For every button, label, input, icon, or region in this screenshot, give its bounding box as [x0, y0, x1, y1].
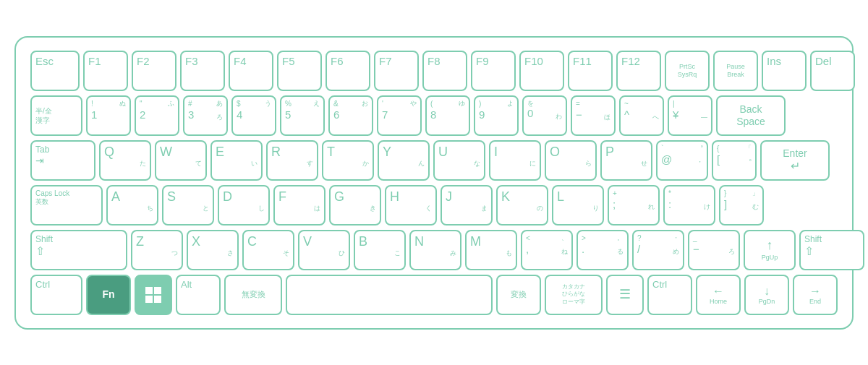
key-k[interactable]: K の [496, 185, 548, 226]
key-f2[interactable]: F2 [132, 51, 176, 91]
key-open-bracket[interactable]: {「 [° [712, 140, 757, 181]
key-2[interactable]: "ふ 2 [135, 95, 179, 136]
key-f3[interactable]: F3 [180, 51, 225, 91]
key-katakana[interactable]: カタカナ ひらがな ローマ字 [545, 275, 603, 315]
key-pgup[interactable]: ↑ PgUp [744, 230, 796, 270]
key-x[interactable]: X さ [187, 230, 239, 270]
key-pgdn[interactable]: ↓ PgDn [744, 275, 789, 315]
key-comma[interactable]: <、 ,ね [521, 230, 573, 270]
key-f1[interactable]: F1 [83, 51, 128, 91]
key-5[interactable]: %え 5 [280, 95, 325, 136]
key-n[interactable]: N み [409, 230, 461, 270]
key-tab[interactable]: Tab ⇥ [30, 140, 95, 181]
key-ins[interactable]: Ins [762, 51, 807, 91]
key-f6[interactable]: F6 [326, 51, 370, 91]
key-b[interactable]: B こ [354, 230, 406, 270]
number-row: 半/全 漢字 !ぬ 1 "ふ 2 #あ 3ろ $う 4 %え 5 &お 6 'や [30, 95, 838, 136]
key-fn[interactable]: Fn [86, 275, 131, 315]
asdf-row: Caps Lock 英数 A ち S と D し F は G き H く J ま [30, 185, 838, 226]
function-row: Esc F1 F2 F3 F4 F5 F6 F7 F8 F9 F10 F11 F… [30, 51, 838, 91]
zxcv-row: Shift ⇧ Z つ X さ C そ V ひ B こ N み M も [30, 230, 838, 270]
key-minus[interactable]: = −ほ [571, 95, 616, 136]
key-7[interactable]: 'や 7 [377, 95, 422, 136]
key-shift-left[interactable]: Shift ⇧ [30, 230, 127, 270]
svg-rect-3 [154, 296, 161, 303]
key-at[interactable]: `° @・ [656, 140, 708, 181]
key-caret[interactable]: ~ ^へ [619, 95, 664, 136]
key-prtsc[interactable]: PrtScSysRq [665, 51, 710, 91]
key-capslock[interactable]: Caps Lock 英数 [30, 185, 103, 226]
key-m[interactable]: M も [465, 230, 517, 270]
key-9[interactable]: )よ 9 [474, 95, 519, 136]
key-w[interactable]: W て [155, 140, 207, 181]
key-f5[interactable]: F5 [277, 51, 322, 91]
key-esc[interactable]: Esc [30, 51, 80, 91]
qwerty-row: Tab ⇥ Q た W て E い R す T か Y ん U な [30, 140, 838, 181]
key-f10[interactable]: F10 [519, 51, 564, 91]
key-end[interactable]: → End [793, 275, 838, 315]
key-r[interactable]: R す [266, 140, 318, 181]
key-pause[interactable]: PauseBreak [713, 51, 758, 91]
key-ctrl-left[interactable]: Ctrl [30, 275, 82, 315]
key-g[interactable]: G き [329, 185, 381, 226]
key-l[interactable]: L り [552, 185, 604, 226]
key-q[interactable]: Q た [99, 140, 151, 181]
key-henkan[interactable]: 変換 [496, 275, 541, 315]
key-3[interactable]: #あ 3ろ [183, 95, 228, 136]
key-f7[interactable]: F7 [374, 51, 419, 91]
key-semicolon[interactable]: + ;れ [608, 185, 660, 226]
key-backspace[interactable]: BackSpace [716, 95, 786, 136]
key-z[interactable]: Z つ [131, 230, 183, 270]
key-f8[interactable]: F8 [422, 51, 467, 91]
key-win[interactable] [135, 275, 172, 315]
key-6[interactable]: &お 6 [328, 95, 373, 136]
key-left[interactable]: ← Home [696, 275, 741, 315]
key-enter[interactable]: Enter ↵ [760, 140, 830, 181]
key-f12[interactable]: F12 [616, 51, 661, 91]
key-colon[interactable]: * :け [663, 185, 715, 226]
keyboard: Esc F1 F2 F3 F4 F5 F6 F7 F8 F9 F10 F11 F… [14, 36, 854, 330]
key-1[interactable]: !ぬ 1 [86, 95, 131, 136]
key-hanzenkaku[interactable]: 半/全 漢字 [30, 95, 82, 136]
key-slash[interactable]: ?・ /め [632, 230, 684, 270]
key-h[interactable]: H く [385, 185, 437, 226]
key-a[interactable]: A ち [106, 185, 158, 226]
key-i[interactable]: I に [489, 140, 541, 181]
key-v[interactable]: V ひ [298, 230, 350, 270]
key-y[interactable]: Y ん [378, 140, 430, 181]
key-d[interactable]: D し [218, 185, 270, 226]
key-ctrl-right[interactable]: Ctrl [647, 275, 692, 315]
key-t[interactable]: T か [322, 140, 374, 181]
key-shift-right[interactable]: Shift ⇧ [799, 230, 864, 270]
key-f[interactable]: F は [273, 185, 326, 226]
svg-rect-2 [145, 296, 153, 303]
key-p[interactable]: P せ [600, 140, 652, 181]
key-period[interactable]: >。 .る [576, 230, 629, 270]
key-yen[interactable]: | ¥— [668, 95, 712, 136]
key-s[interactable]: S と [162, 185, 214, 226]
svg-rect-0 [145, 287, 153, 294]
key-8[interactable]: (ゆ 8 [425, 95, 470, 136]
key-f11[interactable]: F11 [568, 51, 613, 91]
key-del[interactable]: Del [810, 51, 855, 91]
key-0[interactable]: を 0わ [522, 95, 567, 136]
key-muhenkan[interactable]: 無変換 [224, 275, 282, 315]
key-space[interactable] [286, 275, 493, 315]
key-close-bracket[interactable]: }」 ]む [719, 185, 764, 226]
key-alt-left[interactable]: Alt [176, 275, 221, 315]
key-f9[interactable]: F9 [471, 51, 516, 91]
key-c[interactable]: C そ [242, 230, 294, 270]
bottom-row: Ctrl Fn Alt 無変換 変換 カタカナ ひらがな ローマ字 ☰ Ctrl… [30, 275, 838, 315]
key-j[interactable]: J ま [441, 185, 493, 226]
svg-rect-1 [154, 287, 161, 294]
key-e[interactable]: E い [210, 140, 263, 181]
key-4[interactable]: $う 4 [231, 95, 276, 136]
key-u[interactable]: U な [433, 140, 485, 181]
key-backslash[interactable]: _ −ろ [688, 230, 740, 270]
key-f4[interactable]: F4 [229, 51, 273, 91]
key-menu[interactable]: ☰ [606, 275, 644, 315]
key-o[interactable]: O ら [545, 140, 597, 181]
